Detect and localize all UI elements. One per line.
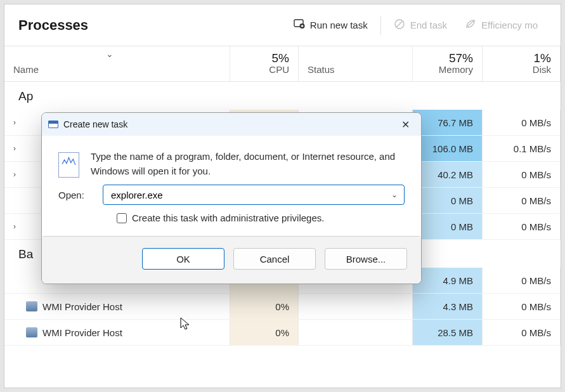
col-status-label: Status [308, 64, 335, 75]
col-disk[interactable]: 1% Disk [483, 46, 561, 81]
cell-cpu: 0% [230, 320, 299, 345]
expand-icon[interactable]: › [13, 170, 21, 179]
cell-disk: 0 MB/s [483, 294, 561, 319]
status-spacer [308, 51, 403, 65]
expand-icon[interactable]: › [13, 118, 21, 127]
end-task-icon [394, 18, 405, 32]
col-name[interactable]: ⌄ Name [4, 46, 230, 81]
cancel-button[interactable]: Cancel [233, 248, 316, 270]
close-icon[interactable]: ✕ [396, 116, 415, 133]
cell-status [299, 320, 413, 345]
process-name: WMI Provider Host [42, 327, 122, 338]
cell-mem: 106.0 MB [413, 136, 483, 161]
header: Processes Run new task End task Efficien… [4, 4, 561, 46]
browse-button[interactable]: Browse... [325, 248, 407, 270]
leaf-icon [465, 18, 476, 32]
col-mem-label: Memory [439, 64, 473, 75]
column-headers: ⌄ Name 5% CPU Status 57% Memory 1% Disk [4, 46, 561, 82]
cell-mem: 4.3 MB [413, 294, 483, 319]
admin-checkbox[interactable] [117, 213, 127, 223]
dialog-titlebar[interactable]: Create new task ✕ [42, 113, 421, 136]
cell-disk: 0.1 MB/s [483, 136, 561, 161]
run-new-task-label: Run new task [310, 20, 368, 30]
process-icon [26, 301, 37, 311]
cell-mem: 40.2 MB [413, 162, 483, 187]
cell-disk: 0 MB/s [483, 188, 561, 213]
efficiency-label: Efficiency mo [481, 20, 538, 30]
open-label: Open: [58, 190, 91, 200]
expand-icon[interactable]: › [13, 144, 21, 153]
apps-section: Ap [4, 82, 561, 110]
efficiency-mode-button: Efficiency mo [456, 13, 547, 37]
separator [380, 16, 381, 35]
cell-mem: 4.9 MB [413, 268, 483, 293]
cell-mem: 28.5 MB [413, 320, 483, 345]
task-manager-window: Processes Run new task End task Efficien… [4, 4, 561, 388]
col-name-label: Name [13, 64, 221, 75]
run-large-icon [58, 152, 79, 178]
cell-disk: 0 MB/s [483, 268, 561, 293]
cell-disk: 0 MB/s [483, 110, 561, 135]
run-dialog-icon [48, 121, 58, 128]
open-combo[interactable]: ⌄ [103, 185, 405, 205]
expand-icon[interactable]: › [13, 222, 21, 231]
chevron-down-icon[interactable]: ⌄ [391, 190, 398, 199]
page-title: Processes [18, 17, 285, 34]
dialog-title: Create new task [63, 119, 396, 129]
cell-disk: 0 MB/s [483, 214, 561, 239]
header-actions: Run new task End task Efficiency mo [285, 13, 547, 37]
col-memory[interactable]: 57% Memory [413, 46, 483, 81]
chevron-down-icon: ⌄ [106, 49, 114, 59]
disk-percent: 1% [491, 51, 551, 65]
svg-line-3 [396, 22, 402, 27]
run-task-icon [294, 18, 305, 32]
cell-mem: 0 MB [413, 188, 483, 213]
dialog-description: Type the name of a program, folder, docu… [91, 150, 405, 178]
cell-status [299, 294, 413, 319]
process-icon [26, 327, 37, 337]
table-row[interactable]: WMI Provider Host 0% 28.5 MB 0 MB/s [4, 320, 561, 346]
cell-disk: 0 MB/s [483, 320, 561, 345]
cell-mem: 76.7 MB [413, 110, 483, 135]
col-cpu[interactable]: 5% CPU [230, 46, 299, 81]
ok-button[interactable]: OK [142, 248, 224, 270]
run-new-task-button[interactable]: Run new task [285, 13, 377, 37]
col-disk-label: Disk [533, 64, 551, 75]
table-row[interactable]: WMI Provider Host 0% 4.3 MB 0 MB/s [4, 294, 561, 320]
end-task-label: End task [410, 20, 447, 30]
col-cpu-label: CPU [269, 64, 289, 75]
cell-cpu: 0% [230, 294, 299, 319]
col-status[interactable]: Status [299, 46, 413, 81]
open-input[interactable] [110, 189, 391, 201]
cpu-percent: 5% [239, 51, 289, 65]
create-new-task-dialog: Create new task ✕ Type the name of a pro… [41, 112, 422, 284]
cell-mem: 0 MB [413, 214, 483, 239]
mem-percent: 57% [422, 51, 473, 65]
admin-label: Create this task with administrative pri… [132, 212, 324, 223]
cell-disk: 0 MB/s [483, 162, 561, 187]
end-task-button: End task [385, 13, 456, 37]
process-name: WMI Provider Host [42, 301, 122, 312]
